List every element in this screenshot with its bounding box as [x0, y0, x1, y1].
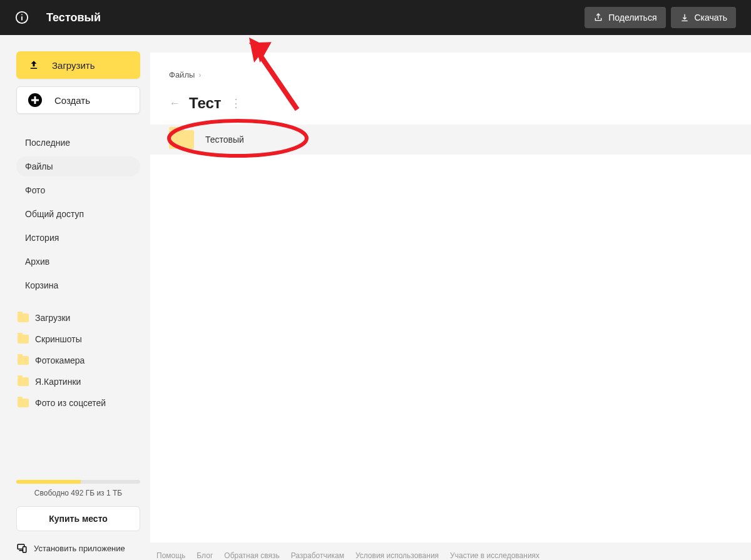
folder-icon [18, 335, 29, 344]
chevron-right-icon: › [198, 70, 201, 79]
folder-social[interactable]: Фото из соцсетей [16, 395, 140, 410]
sidebar: Загрузить Создать Последние Файлы Фото О… [0, 35, 150, 560]
share-icon [593, 13, 603, 23]
folder-icon [169, 130, 194, 149]
nav-archive[interactable]: Архив [16, 252, 140, 272]
folder-screenshots[interactable]: Скриншоты [16, 332, 140, 347]
folder-icon [18, 313, 29, 322]
selection-title: Тестовый [46, 11, 101, 24]
share-button-label: Поделиться [608, 13, 656, 23]
content-panel: Файлы › ← Тест ⋮ Тестовый [150, 53, 751, 542]
folder-yapics[interactable]: Я.Картинки [16, 374, 140, 389]
info-icon[interactable] [15, 11, 29, 24]
folder-downloads[interactable]: Загрузки [16, 310, 140, 325]
file-name: Тестовый [205, 135, 244, 145]
folder-icon [18, 377, 29, 386]
more-menu-button[interactable]: ⋮ [230, 96, 242, 110]
svg-rect-7 [23, 547, 26, 552]
sidebar-folders: Загрузки Скриншоты Фотокамера Я.Картинки… [16, 310, 140, 410]
footer-developers[interactable]: Разработчикам [291, 551, 344, 560]
footer-links: Помощь Блог Обратная связь Разработчикам… [150, 542, 751, 560]
share-button[interactable]: Поделиться [585, 7, 665, 28]
footer-feedback[interactable]: Обратная связь [224, 551, 279, 560]
install-app-link[interactable]: Установить приложение [16, 542, 140, 554]
back-button[interactable]: ← [169, 97, 180, 110]
page-title: Тест [189, 94, 222, 112]
create-button-label: Создать [54, 95, 90, 106]
storage-meter: Свободно 492 ГБ из 1 ТБ Купить место Уст… [16, 480, 140, 554]
upload-button[interactable]: Загрузить [16, 51, 140, 79]
plus-icon [28, 93, 42, 107]
nav-files[interactable]: Файлы [16, 156, 140, 176]
footer-terms[interactable]: Условия использования [355, 551, 439, 560]
storage-fill [16, 480, 81, 484]
breadcrumb-root[interactable]: Файлы [169, 70, 195, 79]
main-area: Файлы › ← Тест ⋮ Тестовый Помощь Блог Об… [150, 35, 751, 560]
folder-icon [18, 356, 29, 365]
sidebar-nav: Последние Файлы Фото Общий доступ Истори… [16, 133, 140, 295]
create-button[interactable]: Создать [16, 86, 140, 114]
download-icon [680, 13, 690, 23]
download-button[interactable]: Скачать [671, 7, 737, 28]
device-icon [16, 542, 28, 554]
upload-button-label: Загрузить [52, 60, 95, 71]
svg-rect-3 [31, 68, 38, 69]
footer-research[interactable]: Участие в исследованиях [450, 551, 539, 560]
nav-history[interactable]: История [16, 228, 140, 248]
storage-label: Свободно 492 ГБ из 1 ТБ [16, 489, 140, 497]
nav-recent[interactable]: Последние [16, 133, 140, 153]
nav-trash[interactable]: Корзина [16, 275, 140, 295]
svg-point-2 [21, 14, 23, 16]
svg-rect-5 [31, 99, 39, 101]
download-button-label: Скачать [695, 13, 728, 23]
folder-icon [18, 399, 29, 407]
nav-photo[interactable]: Фото [16, 180, 140, 200]
footer-blog[interactable]: Блог [197, 551, 213, 560]
file-row[interactable]: Тестовый [150, 125, 751, 155]
folder-camera[interactable]: Фотокамера [16, 353, 140, 368]
nav-shared[interactable]: Общий доступ [16, 204, 140, 224]
footer-help[interactable]: Помощь [156, 551, 185, 560]
upload-icon [28, 59, 39, 71]
breadcrumb: Файлы › [150, 70, 751, 79]
top-bar: Тестовый Поделиться Скачать [0, 0, 751, 35]
buy-storage-button[interactable]: Купить место [16, 506, 140, 531]
